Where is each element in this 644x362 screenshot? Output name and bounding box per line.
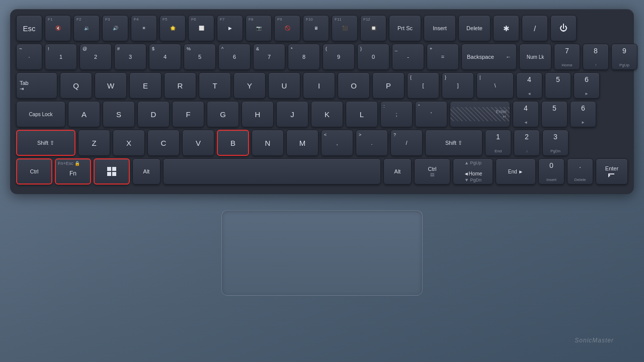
key-prtsc[interactable]: Prt Sc bbox=[389, 15, 421, 41]
key-7[interactable]: & 7 bbox=[253, 44, 285, 70]
key-numpad-slash[interactable]: / bbox=[522, 15, 548, 41]
key-5[interactable]: % 5 bbox=[184, 44, 216, 70]
key-g[interactable]: G bbox=[207, 101, 239, 127]
key-v[interactable]: V bbox=[182, 130, 214, 156]
key-fn[interactable]: Fn+Esc 🔒 Fn bbox=[55, 158, 91, 185]
key-6[interactable]: ^ 6 bbox=[218, 44, 251, 70]
key-ctrl-right[interactable]: Ctrl ▤ bbox=[414, 158, 450, 185]
key-z[interactable]: Z bbox=[78, 130, 110, 156]
key-f[interactable]: F bbox=[172, 101, 204, 127]
key-np3b[interactable]: 3 PgDn bbox=[542, 130, 569, 156]
key-rbracket[interactable]: } ] bbox=[442, 72, 474, 99]
key-home-pgupdn[interactable]: End ► bbox=[496, 158, 536, 185]
key-f3[interactable]: F3 🔊 bbox=[102, 15, 128, 41]
key-0[interactable]: ) 0 bbox=[357, 44, 389, 70]
key-minus[interactable]: _ - bbox=[392, 44, 424, 70]
key-c[interactable]: C bbox=[147, 130, 180, 156]
key-f4[interactable]: F4 ☀ bbox=[131, 15, 157, 41]
key-n[interactable]: N bbox=[252, 130, 284, 156]
key-lbracket[interactable]: { [ bbox=[407, 72, 439, 99]
key-i[interactable]: I bbox=[303, 72, 335, 99]
key-f7[interactable]: F7 ▶ bbox=[217, 15, 243, 41]
key-shift-right[interactable]: Shift ⇧ bbox=[425, 130, 482, 156]
touchpad[interactable] bbox=[221, 210, 423, 296]
key-shift-left[interactable]: Shift ⇧ bbox=[16, 130, 75, 156]
key-m[interactable]: M bbox=[286, 130, 318, 156]
key-a[interactable]: A bbox=[68, 101, 100, 127]
key-numpad-asterisk[interactable]: ✱ bbox=[493, 15, 519, 41]
key-f1[interactable]: F1 🔇 bbox=[45, 15, 71, 41]
key-e[interactable]: E bbox=[129, 72, 162, 99]
svg-rect-3 bbox=[112, 172, 116, 176]
key-backslash[interactable]: | \ bbox=[476, 72, 514, 99]
key-insert[interactable]: Insert bbox=[424, 15, 456, 41]
key-esc[interactable]: Esc bbox=[16, 15, 42, 41]
key-np3[interactable]: 6 ► bbox=[570, 101, 596, 127]
key-alt-left[interactable]: Alt bbox=[132, 158, 160, 185]
key-b[interactable]: B bbox=[217, 130, 249, 156]
key-ctrl-left[interactable]: Ctrl bbox=[16, 158, 52, 185]
key-f6[interactable]: F6 ⬜ bbox=[188, 15, 214, 41]
key-h[interactable]: H bbox=[242, 101, 274, 127]
key-np6[interactable]: 6 ► bbox=[574, 72, 600, 99]
key-np1b[interactable]: 1 End bbox=[485, 130, 511, 156]
key-np5[interactable]: 5 bbox=[545, 72, 571, 99]
key-backspace[interactable]: Backspace ← bbox=[461, 44, 517, 70]
key-f2[interactable]: F2 🔉 bbox=[73, 15, 100, 41]
key-t[interactable]: T bbox=[199, 72, 231, 99]
key-np-enter[interactable]: Enter bbox=[596, 158, 628, 185]
key-f10[interactable]: F10 🖥 bbox=[303, 15, 329, 41]
key-9[interactable]: ( 9 bbox=[323, 44, 355, 70]
key-q[interactable]: Q bbox=[60, 72, 92, 99]
key-np4[interactable]: 4 ◄ bbox=[516, 72, 542, 99]
key-equals[interactable]: + = bbox=[427, 44, 459, 70]
key-comma[interactable]: < , bbox=[321, 130, 353, 156]
key-fwdslash[interactable]: ? / bbox=[390, 130, 423, 156]
key-np-dot[interactable]: . Delete bbox=[567, 158, 593, 185]
key-k[interactable]: K bbox=[311, 101, 343, 127]
key-caps-lock[interactable]: Caps Lock bbox=[16, 101, 65, 127]
key-tab[interactable]: Tab ⇥ bbox=[16, 72, 57, 99]
key-np8[interactable]: 8 ↑ bbox=[583, 44, 609, 70]
key-f9[interactable]: F9 🚫 bbox=[274, 15, 300, 41]
key-np7[interactable]: 7 Home bbox=[554, 44, 580, 70]
key-semicolon[interactable]: : ; bbox=[380, 101, 413, 127]
key-o[interactable]: O bbox=[338, 72, 370, 99]
key-tilde[interactable]: ~ ` bbox=[16, 44, 42, 70]
key-l[interactable]: L bbox=[346, 101, 378, 127]
svg-rect-0 bbox=[107, 167, 111, 171]
key-r[interactable]: R bbox=[164, 72, 196, 99]
key-np0[interactable]: 0 Insert bbox=[538, 158, 565, 185]
key-2[interactable]: @ 2 bbox=[79, 44, 112, 70]
key-u[interactable]: U bbox=[268, 72, 300, 99]
key-1[interactable]: ! 1 bbox=[45, 44, 77, 70]
key-quote[interactable]: " ' bbox=[415, 101, 447, 127]
key-x[interactable]: X bbox=[113, 130, 145, 156]
key-w[interactable]: W bbox=[95, 72, 127, 99]
key-4[interactable]: $ 4 bbox=[149, 44, 181, 70]
key-arrow-cluster[interactable]: ▲ PgUp ◄Home ▼ PgDn bbox=[453, 158, 493, 185]
key-win[interactable] bbox=[94, 158, 130, 185]
key-j[interactable]: J bbox=[276, 101, 308, 127]
key-numlk[interactable]: Num Lk bbox=[519, 44, 551, 70]
key-np1[interactable]: 4 ◄ bbox=[513, 101, 539, 127]
key-f5[interactable]: F5 🌟 bbox=[159, 15, 186, 41]
key-s[interactable]: S bbox=[103, 101, 135, 127]
key-d[interactable]: D bbox=[137, 101, 170, 127]
key-power[interactable]: ⏻ bbox=[550, 15, 577, 41]
key-f11[interactable]: F11 ⬛ bbox=[332, 15, 358, 41]
key-period[interactable]: > . bbox=[356, 130, 388, 156]
key-delete-top[interactable]: Delete bbox=[458, 15, 491, 41]
key-p[interactable]: P bbox=[372, 72, 405, 99]
key-np9[interactable]: 9 PgUp bbox=[611, 44, 637, 70]
key-np2b[interactable]: 2 ↓ bbox=[514, 130, 540, 156]
key-space[interactable] bbox=[163, 158, 381, 185]
key-3[interactable]: # 3 bbox=[114, 44, 146, 70]
key-f8[interactable]: F8 📷 bbox=[246, 15, 272, 41]
key-y[interactable]: Y bbox=[233, 72, 266, 99]
key-np2[interactable]: 5 bbox=[541, 101, 568, 127]
key-8[interactable]: * 8 bbox=[288, 44, 320, 70]
key-f12[interactable]: F12 🔲 bbox=[360, 15, 386, 41]
key-enter[interactable]: Enter ↵ bbox=[450, 101, 510, 127]
key-alt-right[interactable]: Alt bbox=[383, 158, 412, 185]
